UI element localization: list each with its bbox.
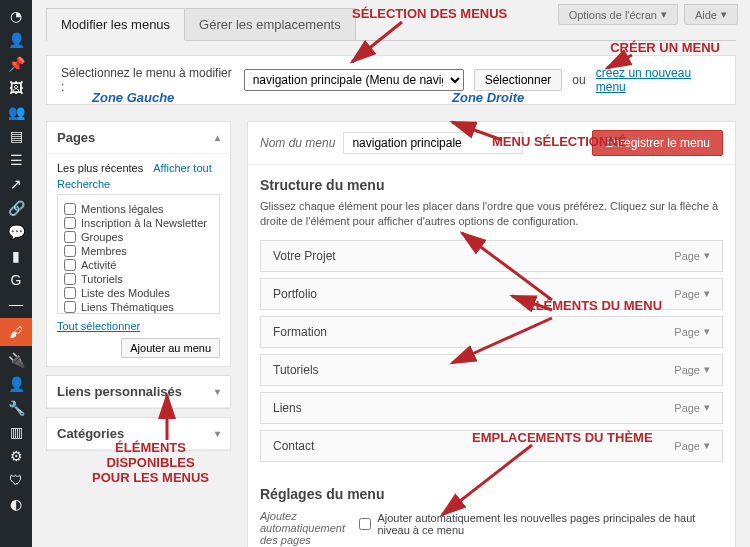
appearance-icon[interactable]: 🖌 (0, 318, 32, 346)
page-checkbox[interactable] (64, 259, 76, 271)
select-label: Sélectionnez le menu à modifier : (61, 66, 234, 94)
menu-item[interactable]: Votre ProjetPage ▾ (260, 240, 723, 272)
caret-down-icon: ▾ (215, 386, 220, 397)
menu-item[interactable]: PortfolioPage ▾ (260, 278, 723, 310)
caret-down-icon: ▾ (704, 363, 710, 376)
menu-name-input[interactable] (343, 132, 523, 154)
users-icon[interactable]: 👤 (6, 374, 26, 394)
pages-metabox-header[interactable]: Pages▴ (47, 122, 230, 154)
document-icon[interactable]: ▮ (6, 246, 26, 266)
custom-links-metabox-header[interactable]: Liens personnalisés▾ (47, 376, 230, 408)
select-all-link[interactable]: Tout sélectionner (57, 320, 140, 332)
page-checkbox[interactable] (64, 301, 76, 313)
page-checkbox[interactable] (64, 231, 76, 243)
page-item[interactable]: Liste des Modules (64, 287, 213, 299)
annotation: CRÉER UN MENU (610, 40, 720, 55)
partial-icon[interactable]: ◐ (6, 494, 26, 514)
g-icon[interactable]: G (6, 270, 26, 290)
bar-icon[interactable]: — (6, 294, 26, 314)
tab-edit-menus[interactable]: Modifier les menus (46, 8, 185, 41)
comments-icon[interactable]: 💬 (6, 222, 26, 242)
tab-manage-locations[interactable]: Gérer les emplacements (184, 8, 356, 40)
media-icon[interactable]: 🖼 (6, 78, 26, 98)
page-checkbox[interactable] (64, 245, 76, 257)
page-item[interactable]: Activité (64, 259, 213, 271)
tools-icon[interactable]: 🔧 (6, 398, 26, 418)
auto-add-option[interactable]: Ajouter automatiquement les nouvelles pa… (359, 512, 723, 536)
auto-add-checkbox[interactable] (359, 518, 371, 530)
caret-down-icon: ▾ (704, 287, 710, 300)
subtab-search[interactable]: Recherche (57, 178, 110, 190)
caret-up-icon: ▴ (215, 132, 220, 143)
categories-metabox-header[interactable]: Catégories▾ (47, 418, 230, 450)
dashboard-icon[interactable]: ◔ (6, 6, 26, 26)
settings-title: Réglages du menu (260, 486, 723, 502)
pages-checklist: Mentions légales Inscription à la Newsle… (57, 194, 220, 314)
right-column: Nom du menu Enregistrer le menu Structur… (247, 121, 736, 547)
caret-down-icon: ▾ (704, 325, 710, 338)
subtab-all[interactable]: Afficher tout (153, 162, 212, 174)
groups-icon[interactable]: 👥 (6, 102, 26, 122)
caret-down-icon: ▾ (704, 249, 710, 262)
page-checkbox[interactable] (64, 217, 76, 229)
create-menu-link[interactable]: créez un nouveau menu (596, 66, 721, 94)
menu-select-bar: Sélectionnez le menu à modifier : naviga… (46, 55, 736, 105)
page-item[interactable]: Groupes (64, 231, 213, 243)
page-item[interactable]: Inscription à la Newsletter (64, 217, 213, 229)
caret-down-icon: ▾ (215, 428, 220, 439)
profile-icon[interactable]: 👤 (6, 30, 26, 50)
page-checkbox[interactable] (64, 273, 76, 285)
or-text: ou (572, 73, 585, 87)
chevron-down-icon: ▾ (721, 8, 727, 21)
menu-item[interactable]: ContactPage ▾ (260, 430, 723, 462)
subtab-recent[interactable]: Les plus récentes (57, 162, 143, 174)
pin-icon[interactable]: 📌 (6, 54, 26, 74)
page-item[interactable]: Membres (64, 245, 213, 257)
select-button[interactable]: Sélectionner (474, 69, 563, 91)
page-item[interactable]: Mentions légales (64, 203, 213, 215)
structure-desc: Glissez chaque élément pour les placer d… (260, 199, 723, 230)
auto-add-label: Ajoutez automatiquement des pages (260, 510, 345, 546)
cards-icon[interactable]: ▥ (6, 422, 26, 442)
menu-item[interactable]: FormationPage ▾ (260, 316, 723, 348)
settings-icon[interactable]: ⚙ (6, 446, 26, 466)
caret-down-icon: ▾ (704, 439, 710, 452)
pages-icon[interactable]: ▤ (6, 126, 26, 146)
structure-title: Structure du menu (260, 177, 723, 193)
plugins-icon[interactable]: 🔌 (6, 350, 26, 370)
admin-sidebar: ◔ 👤 📌 🖼 👥 ▤ ☰ ↗ 🔗 💬 ▮ G — 🖌 🔌 👤 🔧 ▥ ⚙ 🛡 … (0, 0, 32, 547)
menu-select[interactable]: navigation principale (Menu de navigatio… (244, 69, 464, 91)
caret-down-icon: ▾ (704, 401, 710, 414)
page-checkbox[interactable] (64, 203, 76, 215)
help-button[interactable]: Aide ▾ (684, 4, 738, 25)
chevron-down-icon: ▾ (661, 8, 667, 21)
save-menu-button[interactable]: Enregistrer le menu (592, 130, 723, 156)
share-icon[interactable]: ↗ (6, 174, 26, 194)
menu-item[interactable]: TutorielsPage ▾ (260, 354, 723, 386)
list-icon[interactable]: ☰ (6, 150, 26, 170)
screen-options-button[interactable]: Options de l'écran ▾ (558, 4, 678, 25)
menu-name-label: Nom du menu (260, 136, 335, 150)
page-checkbox[interactable] (64, 287, 76, 299)
page-item[interactable]: Liens Thématiques (64, 301, 213, 313)
add-to-menu-button[interactable]: Ajouter au menu (121, 338, 220, 358)
link-icon[interactable]: 🔗 (6, 198, 26, 218)
left-column: Pages▴ Les plus récentes Afficher tout R… (46, 121, 231, 459)
page-item[interactable]: Tutoriels (64, 273, 213, 285)
menu-item[interactable]: LiensPage ▾ (260, 392, 723, 424)
shield-icon[interactable]: 🛡 (6, 470, 26, 490)
